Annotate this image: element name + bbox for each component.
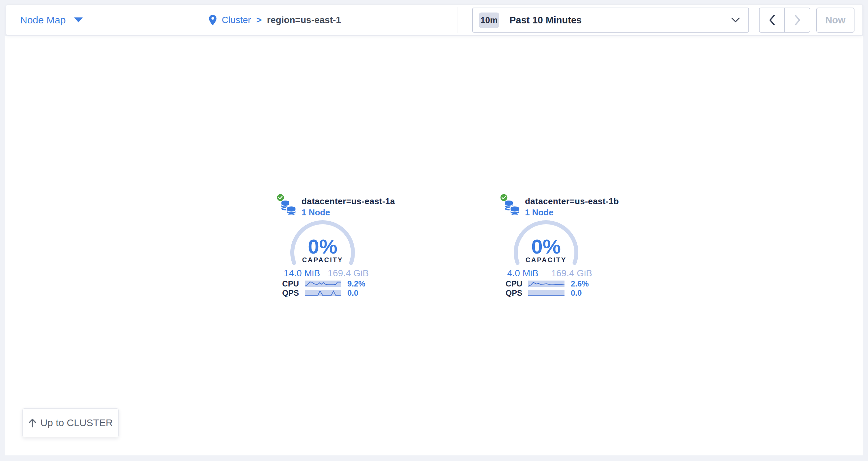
up-to-cluster-button[interactable]: Up to CLUSTER bbox=[23, 408, 119, 437]
cpu-label: CPU bbox=[499, 280, 522, 288]
view-selector-label: Node Map bbox=[20, 14, 66, 26]
cpu-label: CPU bbox=[276, 280, 299, 288]
locality-node-count[interactable]: 1 Node bbox=[302, 207, 330, 218]
locality-card-us-east-1a[interactable]: datacenter=us-east-1a 1 Node 0% CAPACITY… bbox=[276, 193, 374, 301]
header-divider bbox=[457, 7, 457, 33]
time-window-select[interactable]: 10m Past 10 Minutes bbox=[472, 7, 749, 33]
check-circle-icon bbox=[276, 193, 285, 202]
breadcrumb-separator: > bbox=[256, 15, 262, 25]
time-nav-group bbox=[759, 7, 810, 33]
qps-value: 0.0 bbox=[571, 290, 582, 297]
cpu-value: 9.2% bbox=[347, 280, 366, 288]
check-circle-icon bbox=[500, 193, 508, 202]
breadcrumb-current: region=us-east-1 bbox=[267, 15, 341, 25]
node-map-canvas bbox=[5, 36, 863, 455]
capacity-percent: 0% bbox=[513, 236, 579, 257]
capacity-usage-row: 4.0 MiB 169.4 GiB bbox=[507, 268, 592, 278]
locality-card-us-east-1b[interactable]: datacenter=us-east-1b 1 Node 0% CAPACITY… bbox=[499, 193, 598, 301]
locality-title: datacenter=us-east-1b bbox=[525, 196, 619, 206]
time-range-badge: 10m bbox=[479, 12, 499, 28]
capacity-total: 169.4 GiB bbox=[551, 268, 592, 278]
chevron-right-icon bbox=[794, 14, 801, 26]
header-bar: Node Map Cluster > region=us-east-1 10m … bbox=[6, 4, 863, 36]
locality-title: datacenter=us-east-1a bbox=[302, 196, 395, 206]
breadcrumb: Cluster > region=us-east-1 bbox=[209, 5, 341, 35]
chevron-down-icon bbox=[731, 18, 740, 23]
qps-sparkline bbox=[305, 290, 341, 296]
qps-metric-row: QPS 0.0 bbox=[499, 290, 598, 297]
time-back-button[interactable] bbox=[760, 8, 784, 32]
time-window-label: Past 10 Minutes bbox=[509, 15, 731, 26]
qps-value: 0.0 bbox=[347, 290, 358, 297]
up-to-cluster-label: Up to CLUSTER bbox=[40, 417, 113, 428]
database-stack-icon bbox=[281, 200, 297, 216]
chevron-left-icon bbox=[769, 14, 775, 26]
capacity-usage-row: 14.0 MiB 169.4 GiB bbox=[284, 268, 369, 278]
cpu-metric-row: CPU 9.2% bbox=[276, 280, 374, 288]
view-selector-dropdown[interactable]: Node Map bbox=[20, 5, 83, 35]
breadcrumb-link-cluster[interactable]: Cluster bbox=[222, 15, 251, 25]
capacity-used: 4.0 MiB bbox=[507, 268, 538, 278]
cpu-sparkline bbox=[528, 281, 564, 287]
capacity-caption: CAPACITY bbox=[513, 257, 579, 263]
caret-down-icon bbox=[74, 18, 83, 22]
capacity-percent: 0% bbox=[290, 236, 355, 257]
qps-sparkline bbox=[528, 290, 564, 296]
now-button[interactable]: Now bbox=[816, 7, 855, 33]
cpu-value: 2.6% bbox=[571, 280, 589, 288]
cpu-sparkline bbox=[305, 281, 341, 287]
time-forward-button[interactable] bbox=[784, 8, 810, 32]
capacity-caption: CAPACITY bbox=[290, 257, 355, 263]
arrow-up-icon bbox=[28, 418, 37, 428]
capacity-used: 14.0 MiB bbox=[284, 268, 320, 278]
capacity-total: 169.4 GiB bbox=[328, 268, 369, 278]
qps-label: QPS bbox=[499, 290, 522, 297]
cpu-metric-row: CPU 2.6% bbox=[499, 280, 598, 288]
qps-metric-row: QPS 0.0 bbox=[276, 290, 374, 297]
map-pin-icon bbox=[209, 15, 217, 25]
locality-node-count[interactable]: 1 Node bbox=[525, 207, 554, 218]
qps-label: QPS bbox=[276, 290, 299, 297]
database-stack-icon bbox=[504, 200, 521, 216]
